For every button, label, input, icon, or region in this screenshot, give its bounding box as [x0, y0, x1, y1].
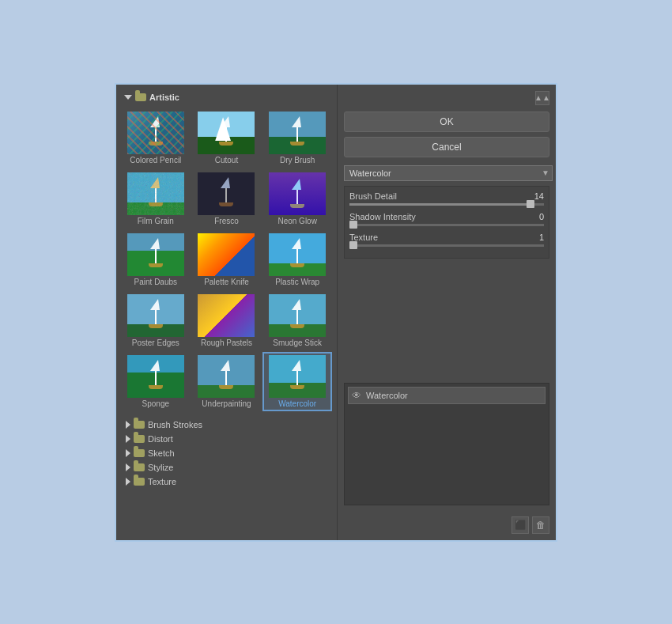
eye-icon[interactable]: 👁: [352, 390, 361, 401]
filter-item-palette-knife[interactable]: Palette Knife: [192, 230, 262, 289]
sailboat-decoration: [290, 310, 304, 328]
filter-item-neon-glow[interactable]: Neon Glow: [262, 169, 332, 229]
subcategory-distort[interactable]: Distort: [121, 432, 332, 446]
brush-detail-track: [349, 203, 544, 206]
filter-item-poster-edges[interactable]: Poster Edges: [121, 291, 191, 350]
subcategory-label: Texture: [148, 477, 176, 486]
bottom-action-buttons: ⬛ 🗑: [344, 513, 549, 534]
sailboat-decoration: [219, 371, 233, 389]
sailboat-decoration: [149, 371, 163, 389]
filter-item-colored-pencil[interactable]: Colored Pencil: [121, 108, 191, 168]
thumb-label-palette-knife: Palette Knife: [204, 278, 249, 286]
subcategory-brush-strokes[interactable]: Brush Strokes: [121, 418, 332, 432]
subcategory-label: Stylize: [148, 463, 173, 472]
thumb-plastic-wrap: [269, 233, 326, 276]
filter-item-watercolor[interactable]: Watercolor: [262, 352, 332, 411]
settings-panel: ▲▲ OK Cancel Watercolor Dry Brush Colore…: [338, 85, 556, 540]
folder-icon: [134, 478, 145, 486]
sailboat-decoration: [219, 127, 233, 146]
sailboat-decoration: [290, 249, 304, 267]
expand-icon: [126, 421, 130, 429]
sailboat-decoration: [290, 371, 304, 389]
delete-effect-button[interactable]: 🗑: [532, 516, 549, 534]
new-effect-layer-button[interactable]: ⬛: [512, 516, 529, 534]
artistic-category-header[interactable]: Artistic: [121, 91, 332, 104]
filter-item-underpainting[interactable]: Underpainting: [192, 352, 262, 411]
shadow-intensity-track: [349, 224, 544, 226]
parameters-section: Brush Detail 14 Shadow Intensity 0: [344, 186, 549, 259]
sailboat-decoration: [290, 190, 304, 208]
filter-dropdown-row: Watercolor Dry Brush Colored Pencil Film…: [344, 165, 549, 181]
brush-detail-label: Brush Detail: [349, 191, 397, 201]
thumb-rough-pastels: [198, 294, 255, 337]
texture-track: [349, 244, 544, 247]
thumb-label-sponge: Sponge: [142, 399, 169, 408]
thumb-watercolor: [269, 355, 326, 398]
filter-item-film-grain[interactable]: Film Grain: [121, 169, 191, 229]
thumb-neon-glow: [269, 172, 326, 215]
filter-item-rough-pastels[interactable]: Rough Pastels: [192, 291, 262, 350]
thumb-palette-knife: [198, 233, 255, 276]
thumb-sponge: [127, 355, 184, 398]
subcategory-texture[interactable]: Texture: [121, 475, 332, 489]
folder-icon: [135, 93, 146, 101]
expand-icon: [126, 463, 130, 471]
thumb-colored-pencil: [127, 112, 184, 154]
filter-item-plastic-wrap[interactable]: Plastic Wrap: [262, 230, 332, 289]
filter-item-cutout[interactable]: Cutout: [192, 108, 262, 168]
subcategory-label: Brush Strokes: [148, 420, 202, 429]
thumb-label-rough-pastels: Rough Pastels: [201, 338, 252, 347]
cancel-button[interactable]: Cancel: [344, 137, 549, 157]
shadow-intensity-row: Shadow Intensity 0: [349, 212, 544, 226]
panel-header: ▲▲: [344, 91, 549, 105]
expand-icon: [126, 478, 130, 486]
sailboat-decoration: [149, 127, 163, 146]
subcategory-label: Sketch: [148, 448, 175, 458]
texture-value: 1: [528, 233, 544, 242]
layer-name: Watercolor: [366, 391, 408, 400]
layers-panel: 👁 Watercolor: [344, 383, 549, 505]
thumb-label-film-grain: Film Grain: [138, 217, 174, 225]
thumb-film-grain: [127, 172, 184, 215]
filter-gallery-dialog: Artistic Colored Pencil: [115, 83, 557, 542]
thumb-label-colored-pencil: Colored Pencil: [130, 156, 181, 165]
thumb-label-smudge-stick: Smudge Stick: [273, 338, 322, 347]
folder-icon: [134, 421, 145, 429]
brush-detail-row: Brush Detail 14: [349, 191, 544, 206]
thumb-label-plastic-wrap: Plastic Wrap: [275, 278, 319, 286]
filter-item-dry-brush[interactable]: Dry Brush: [262, 108, 332, 168]
folder-icon: [134, 449, 145, 457]
filter-item-fresco[interactable]: Fresco: [192, 169, 262, 229]
thumb-fresco: [198, 172, 255, 215]
thumb-poster-edges: [127, 294, 184, 337]
thumb-label-poster-edges: Poster Edges: [132, 338, 179, 347]
sailboat-decoration: [149, 310, 163, 328]
sailboat-decoration: [219, 188, 233, 206]
filter-item-sponge[interactable]: Sponge: [121, 352, 191, 411]
trash-icon: 🗑: [536, 520, 546, 531]
thumb-label-cutout: Cutout: [215, 156, 238, 165]
collapse-panel-button[interactable]: ▲▲: [535, 91, 549, 105]
layer-item-watercolor[interactable]: 👁 Watercolor: [348, 387, 546, 404]
thumb-smudge-stick: [269, 294, 326, 337]
collapse-icon: ▲▲: [534, 93, 550, 102]
sailboat-decoration: [149, 188, 163, 206]
thumb-underpainting: [198, 355, 255, 398]
shadow-intensity-label: Shadow Intensity: [349, 212, 416, 221]
thumbnails-grid: Colored Pencil Cutout: [121, 108, 332, 411]
filter-dropdown[interactable]: Watercolor Dry Brush Colored Pencil Film…: [344, 165, 553, 181]
ok-button[interactable]: OK: [344, 112, 549, 132]
filter-item-paint-daubs[interactable]: Paint Daubs: [121, 230, 191, 289]
texture-thumb[interactable]: [349, 241, 357, 249]
subcategory-sketch[interactable]: Sketch: [121, 446, 332, 460]
shadow-intensity-thumb[interactable]: [349, 221, 357, 229]
thumb-label-underpainting: Underpainting: [202, 399, 251, 408]
filter-item-smudge-stick[interactable]: Smudge Stick: [262, 291, 332, 350]
texture-row: Texture 1: [349, 233, 544, 247]
brush-detail-thumb[interactable]: [527, 200, 534, 208]
thumb-label-dry-brush: Dry Brush: [280, 156, 315, 165]
subcategory-stylize[interactable]: Stylize: [121, 460, 332, 475]
thumb-dry-brush: [269, 112, 326, 154]
subcategory-label: Distort: [148, 434, 173, 444]
sailboat-decoration: [149, 249, 163, 267]
